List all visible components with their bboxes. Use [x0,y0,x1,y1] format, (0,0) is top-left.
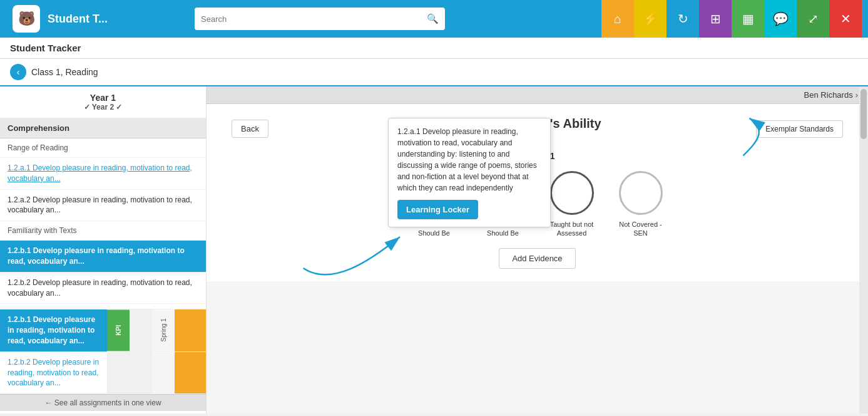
tooltip-popup: 1.2.a.1 Develop pleasure in reading, mot… [388,118,551,227]
kpi-cell-1b1[interactable]: 1.2.b.1 Develop pleasure in reading, mot… [0,309,107,351]
home-nav-btn[interactable]: ⌂ [601,0,634,38]
table-nav-btn[interactable]: ▦ [732,0,764,38]
scroll-thumb[interactable] [860,89,867,139]
taught-circle[interactable] [550,171,594,215]
year1-label: Year 1 [6,93,200,103]
main-content: Year 1 ✓ Year 2 ✓ Comprehension Range of… [0,86,868,413]
spring-col: Spring 1 [152,309,175,351]
kpi-row-1: 1.2.b.1 Develop pleasure in reading, mot… [0,309,206,351]
kpi-col [130,309,152,351]
kpi-badge: KPI [107,309,130,351]
add-evidence-area: Add Evidence [232,248,843,269]
kpi-row-2: 1.2.b.2 Develop pleasure in reading, mot… [0,352,206,394]
circle-taught: Taught but not Assessed [547,171,597,238]
circle-not-covered: Not Covered - SEN [616,171,666,238]
user-name[interactable]: Ben Richards [804,90,853,100]
not-covered-circle[interactable] [619,171,663,215]
see-all-bar[interactable]: ← See all assignments in one view [0,394,206,411]
app-title: Student T... [48,13,108,26]
add-evidence-button[interactable]: Add Evidence [499,248,575,269]
back-bar: ‹ Class 1, Reading [0,59,868,86]
back-button[interactable]: ‹ [10,64,26,80]
not-covered-label: Not Covered - SEN [616,220,666,238]
spring-col-2 [152,352,175,393]
subsection-header: Range of Reading [0,138,206,158]
right-header: Ben Richards › [207,86,868,104]
back-assess-button[interactable]: Back [232,120,268,138]
nav-icons: ⌂ ⚡ ↻ ⊞ ▦ 💬 ⤢ ✕ [601,0,862,38]
right-panel: Ben Richards › Back Assess Christian Lee… [207,86,868,413]
orange-bar-2 [175,352,206,393]
logo-icon: 🐻 [13,5,40,33]
search-icon[interactable]: 🔍 [427,13,439,24]
refresh-nav-btn[interactable]: ↻ [666,0,699,38]
orange-bar [175,309,206,351]
familiarity-header: Familiarity with Texts [0,221,206,241]
list-item-1b1[interactable]: 1.2.b.1 Develop pleasure in reading, mot… [0,241,206,273]
top-nav: 🐻 Student T... 🔍 ⌂ ⚡ ↻ ⊞ ▦ 💬 ⤢ ✕ [0,0,868,38]
search-bar[interactable]: 🔍 [195,8,445,30]
kpi-col-3 [130,352,152,393]
learning-locker-button[interactable]: Learning Locker [397,200,478,219]
back-label: Class 1, Reading [31,67,98,77]
year-header: Year 1 ✓ Year 2 ✓ [0,86,206,118]
close-nav-btn[interactable]: ✕ [829,0,862,38]
scroll-track[interactable] [859,86,868,413]
tooltip-text: 1.2.a.1 Develop pleasure in reading, mot… [397,126,541,194]
list-item-1a1[interactable]: 1.2.a.1 Develop pleasure in reading, mot… [0,158,206,190]
list-item-1a2: 1.2.a.2 Develop pleasure in reading, mot… [0,190,206,222]
flash-nav-btn[interactable]: ⚡ [634,0,666,38]
search-input[interactable] [201,14,427,24]
chevron-right-icon: › [855,90,858,100]
breadcrumb: Student Tracker [0,38,868,59]
exemplar-standards-button[interactable]: Exemplar Standards [756,120,843,138]
expand-nav-btn[interactable]: ⤢ [797,0,829,38]
taught-label: Taught but not Assessed [547,220,597,238]
list-item-1b2: 1.2.b.2 Develop pleasure in reading, mot… [0,273,206,304]
left-panel: Year 1 ✓ Year 2 ✓ Comprehension Range of… [0,86,207,413]
grid-nav-btn[interactable]: ⊞ [699,0,732,38]
year2-label[interactable]: ✓ Year 2 ✓ [6,103,200,112]
chat-nav-btn[interactable]: 💬 [764,0,797,38]
logo-area: 🐻 Student T... [6,5,114,33]
kpi-col-2 [107,352,130,393]
section-header: Comprehension [0,118,206,138]
kpi-cell-1b2[interactable]: 1.2.b.2 Develop pleasure in reading, mot… [0,352,107,393]
